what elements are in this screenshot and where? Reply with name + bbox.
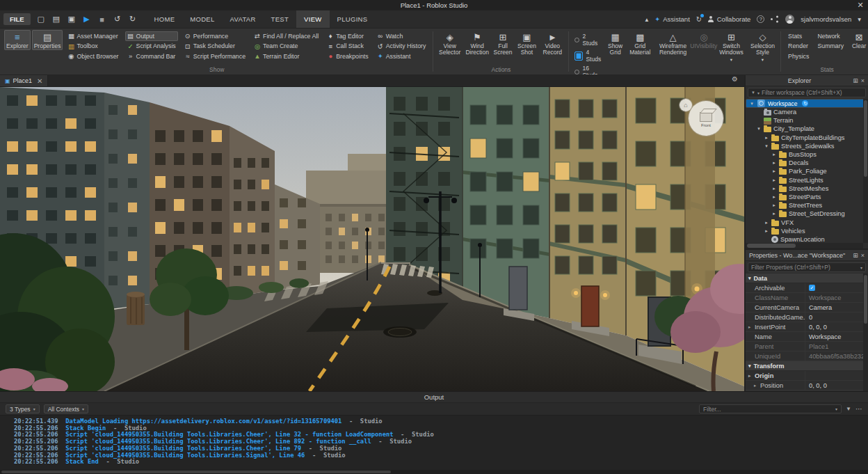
ribbon-button-explorer[interactable]: ≡Explorer [4, 30, 31, 50]
properties-filter-input[interactable] [751, 264, 858, 271]
property-row-name[interactable]: NameWorkspace [746, 332, 868, 342]
tree-item-park-foliage[interactable]: ▸Park_Foliage [746, 167, 868, 175]
tree-item-terrain[interactable]: Terrain [746, 116, 868, 125]
tree-item-camera[interactable]: Camera [746, 108, 868, 116]
explorer-vertical-scrollbar[interactable] [863, 99, 868, 243]
explorer-horizontal-scrollbar[interactable] [746, 243, 863, 248]
menu-tab-plugins[interactable]: PLUGINS [330, 10, 376, 28]
property-row-position[interactable]: ▸Position0, 0, 0 [746, 381, 868, 390]
play-icon[interactable]: ▶ [80, 15, 94, 24]
ribbon-button-script-analysis[interactable]: ✓Script Analysis [125, 42, 178, 52]
viewport-settings-gear-icon[interactable]: ⚙ [725, 75, 744, 86]
property-section-data[interactable]: ▾Data [746, 274, 868, 283]
ribbon-button-object-browser[interactable]: ◉Object Browser [65, 52, 120, 61]
tree-item-decals[interactable]: ▸Decals [746, 159, 868, 167]
radio-4-studs[interactable]: 4 Studs [574, 49, 601, 63]
assistant-button[interactable]: ✦ Assistant [654, 15, 690, 23]
expander-closed-icon[interactable]: ▸ [771, 211, 777, 216]
ribbon-button-watch[interactable]: ∞Watch [375, 31, 428, 41]
output-filter-input[interactable] [703, 406, 835, 413]
properties-popout-icon[interactable]: ⊞ [853, 252, 858, 259]
open-file-icon[interactable]: ▤ [49, 15, 63, 24]
tab-close-icon[interactable]: ✕ [37, 77, 42, 85]
ribbon-button-asset-manager[interactable]: ▦Asset Manager [65, 31, 120, 41]
home-view-icon[interactable]: ⌂ [680, 99, 692, 111]
ribbon-button-script-performance[interactable]: ≈Script Performance [182, 52, 248, 61]
property-row-distributedgame[interactable]: DistributedGame...0 [746, 313, 868, 322]
menu-tab-view[interactable]: VIEW [296, 10, 329, 28]
tree-item-workspace[interactable]: ▾Workspace↻ [746, 99, 868, 108]
ribbon-button-view-selector[interactable]: ◈View Selector [437, 30, 462, 57]
tree-item-streets-sidewalks[interactable]: ▾Streets_Sidewalks [746, 142, 868, 150]
radio-16-studs[interactable]: 16 Studs [574, 65, 601, 75]
avatar[interactable] [785, 15, 794, 24]
expander-closed-icon[interactable]: ▸ [771, 152, 777, 157]
expander-open-icon[interactable]: ▾ [764, 143, 769, 149]
output-panel-titlebar[interactable]: Output [0, 391, 868, 402]
expander-open-icon[interactable]: ▾ [756, 126, 762, 132]
expander-closed-icon[interactable]: ▸ [771, 168, 777, 174]
expander-closed-icon[interactable]: ▸ [764, 135, 769, 141]
collaborate-button[interactable]: Collaborate [708, 15, 751, 23]
expander-open-icon[interactable]: ▾ [749, 101, 755, 106]
ribbon-button-wireframe-rendering[interactable]: △Wireframe Rendering [654, 30, 692, 57]
ribbon-button-activity-history[interactable]: ↺Activity History [375, 42, 428, 52]
document-tab-place1[interactable]: ▣ Place1 ✕ [0, 75, 48, 86]
property-row-archivable[interactable]: Archivable✓ [746, 283, 868, 293]
ribbon-button-switch-windows[interactable]: ⊞Switch Windows▾ [716, 30, 747, 63]
ribbon-button-grid-material[interactable]: ▩Grid Material [627, 30, 653, 57]
ribbon-button-summary[interactable]: Summary [815, 42, 846, 52]
explorer-filter-input[interactable] [762, 89, 862, 96]
tree-item-vehicles[interactable]: ▸Vehicles [746, 227, 868, 235]
properties-filter[interactable]: ▾ [748, 262, 866, 272]
ribbon-button-tag-editor[interactable]: ♦Tag Editor [325, 31, 370, 41]
help-icon[interactable]: ? [757, 15, 764, 23]
new-file-icon[interactable]: ▢ [34, 15, 48, 24]
property-row-classname[interactable]: ClassNameWorkspace [746, 293, 868, 303]
ribbon-button-command-bar[interactable]: »Command Bar [125, 52, 178, 61]
tree-item-busstops[interactable]: ▸BusStops [746, 150, 868, 159]
share-icon[interactable] [771, 16, 779, 23]
output-filter[interactable]: ▾ [699, 404, 842, 413]
ribbon-button-full-screen[interactable]: ⊞Full Screen [492, 30, 513, 57]
collapse-ribbon-icon[interactable]: ▴ [645, 15, 648, 23]
ribbon-button-selection-style[interactable]: ◇Selection Style▾ [748, 30, 777, 63]
ribbon-button-breakpoints[interactable]: ●Breakpoints [325, 52, 370, 61]
expander-closed-icon[interactable]: ▸ [771, 186, 777, 191]
expander-closed-icon[interactable]: ▸ [771, 194, 777, 200]
account-caret-icon[interactable]: ▾ [858, 15, 861, 23]
radio-2-studs[interactable]: 2 Studs [574, 33, 601, 47]
contexts-filter-dropdown[interactable]: All Contexts ▾ [44, 404, 88, 413]
ribbon-button-render[interactable]: Render [786, 42, 811, 52]
types-filter-dropdown[interactable]: 3 Types ▾ [6, 404, 40, 413]
explorer-popout-icon[interactable]: ⊞ [853, 77, 858, 84]
ribbon-button-toolbox[interactable]: ▥Toolbox [65, 42, 120, 52]
expander-closed-icon[interactable]: ▸ [764, 228, 769, 234]
ribbon-button-call-stack[interactable]: ≡Call Stack [325, 42, 370, 52]
tree-item-streetparts[interactable]: ▸StreetParts [746, 193, 868, 201]
property-expander-icon[interactable]: ▸ [748, 324, 753, 330]
output-horizontal-scrollbar[interactable] [0, 470, 868, 474]
view-selector-cube[interactable]: ⌂ Front [689, 101, 723, 136]
menu-tab-test[interactable]: TEST [264, 10, 296, 28]
sync-status-button[interactable]: ↻ [696, 15, 702, 23]
expander-closed-icon[interactable]: ▸ [771, 160, 777, 166]
window-close-button[interactable]: ✕ [853, 0, 868, 10]
ribbon-button-properties[interactable]: ▤Properties [32, 30, 63, 50]
property-row-parent[interactable]: ParentPlace1 [746, 342, 868, 351]
output-funnel-icon[interactable]: ▼ [846, 406, 851, 412]
tree-item-streetmeshes[interactable]: ▸StreetMeshes [746, 184, 868, 193]
tree-item-streetlights[interactable]: ▸StreetLights [746, 176, 868, 184]
menu-tab-home[interactable]: HOME [147, 10, 183, 28]
viewport-3d-scene[interactable]: ⌂ Front [0, 87, 744, 391]
username[interactable]: sjalvmordsvalsen [801, 15, 851, 23]
ribbon-button-physics[interactable]: Physics [786, 52, 811, 61]
ribbon-button-uivisibility[interactable]: ◎UIVisibility [693, 30, 714, 50]
ribbon-button-network[interactable]: Network [815, 31, 846, 41]
property-row-origin[interactable]: ▸Origin [746, 371, 868, 381]
properties-vertical-scrollbar[interactable] [863, 274, 868, 391]
redo-icon[interactable]: ↻ [126, 15, 140, 24]
explorer-close-icon[interactable]: × [861, 77, 865, 84]
tree-item-city-template[interactable]: ▾City_Template [746, 125, 868, 133]
archivable-checkbox[interactable]: ✓ [809, 285, 815, 291]
